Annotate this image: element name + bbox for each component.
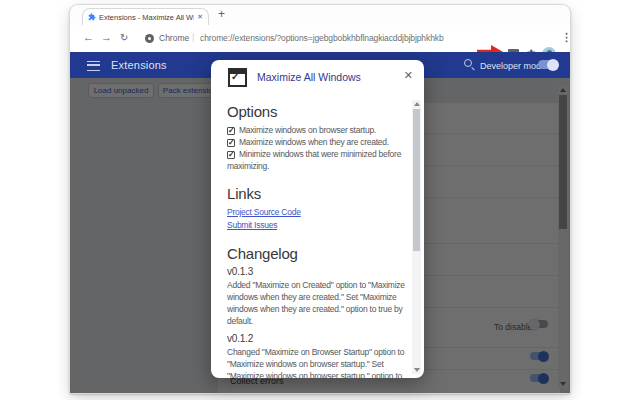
checkbox-label: Maximize windows when they are created. xyxy=(239,137,389,147)
extension-options-dialog: Maximize All Windows ✕ Options Maximize … xyxy=(211,60,424,378)
changelog-version: v0.1.2 xyxy=(227,333,409,345)
dialog-title: Maximize All Windows xyxy=(257,71,361,83)
browser-window: Extensions - Maximize All Windo ✕ + ← → … xyxy=(70,5,570,393)
checkbox-checked-icon[interactable] xyxy=(227,151,235,159)
back-icon[interactable]: ← xyxy=(83,31,94,43)
changelog-entry: Changed "Maximize on Browser Startup" op… xyxy=(227,346,409,378)
tab-strip: Extensions - Maximize All Windo ✕ + xyxy=(70,5,570,25)
developer-mode-toggle[interactable] xyxy=(538,60,558,69)
checkbox-label: Minimize windows that were minimized bef… xyxy=(227,149,401,171)
changelog-entry: Added "Maximize on Created" option to "M… xyxy=(227,279,409,327)
submit-issues-link[interactable]: Submit Issues xyxy=(227,219,409,232)
options-heading: Options xyxy=(227,104,409,120)
developer-mode-label: Developer mode xyxy=(480,61,546,71)
menu-icon[interactable] xyxy=(87,61,100,71)
checkbox-checked-icon[interactable] xyxy=(227,139,235,147)
scroll-up-icon[interactable] xyxy=(414,102,420,106)
page-title: Extensions xyxy=(111,59,167,71)
dialog-content: Options Maximize windows on browser star… xyxy=(227,98,409,378)
checkbox-maximize-on-created[interactable]: Maximize windows when they are created. xyxy=(227,136,409,148)
checkbox-maximize-on-startup[interactable]: Maximize windows on browser startup. xyxy=(227,124,409,136)
dialog-scrollbar[interactable] xyxy=(412,100,421,374)
search-icon[interactable] xyxy=(464,59,472,67)
forward-icon[interactable]: → xyxy=(101,31,112,43)
browser-toolbar: ← → ↻ Chrome | chrome://extensions/?opti… xyxy=(70,25,570,52)
address-bar-url[interactable]: chrome://extensions/?options=jgebgbobkhb… xyxy=(200,33,444,43)
links-heading: Links xyxy=(227,186,409,202)
chrome-page-icon xyxy=(145,34,154,43)
reload-icon[interactable]: ↻ xyxy=(120,32,128,43)
tab-close-icon[interactable]: ✕ xyxy=(197,13,203,21)
maximize-all-windows-icon xyxy=(228,68,247,87)
new-tab-button[interactable]: + xyxy=(218,7,225,21)
changelog-version: v0.1.3 xyxy=(227,266,409,278)
project-source-code-link[interactable]: Project Source Code xyxy=(227,206,409,219)
close-icon[interactable]: ✕ xyxy=(404,69,413,82)
changelog-heading: Changelog xyxy=(227,246,409,262)
checkbox-minimize-restored[interactable]: Minimize windows that were minimized bef… xyxy=(227,148,409,172)
tab-title: Extensions - Maximize All Windo xyxy=(99,13,194,22)
scroll-down-icon[interactable] xyxy=(414,368,420,372)
checkbox-label: Maximize windows on browser startup. xyxy=(239,125,376,135)
checkbox-checked-icon[interactable] xyxy=(227,127,235,135)
url-separator: | xyxy=(192,32,194,42)
browser-menu-icon[interactable]: ⋮ xyxy=(561,31,572,44)
url-chip-label: Chrome xyxy=(159,33,189,43)
browser-tab[interactable]: Extensions - Maximize All Windo ✕ xyxy=(82,8,209,25)
extensions-favicon-icon xyxy=(88,13,96,21)
dialog-scrollbar-thumb[interactable] xyxy=(413,109,420,251)
